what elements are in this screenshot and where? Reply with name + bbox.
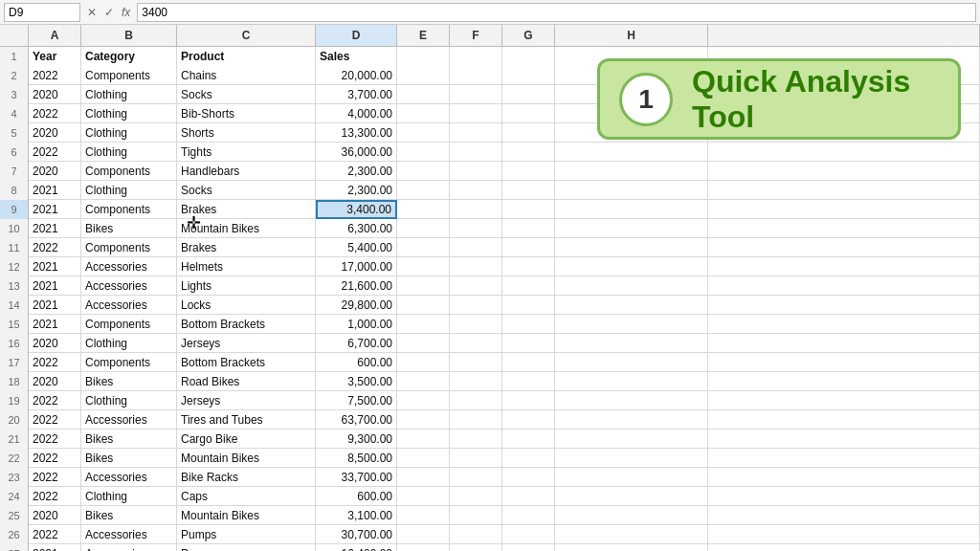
cell-category[interactable]: Components [81,353,177,372]
cell-category[interactable]: Bikes [81,430,177,449]
cell-category[interactable]: Accessories [81,525,177,544]
cell-e[interactable] [397,449,450,468]
cell-h[interactable] [555,219,708,238]
cell-h[interactable] [555,430,708,449]
table-row[interactable]: 272021AccessoriesPumps16,400.00 [0,544,980,551]
cell-g[interactable] [502,449,555,468]
col-header-g[interactable]: G [502,25,555,46]
formula-input[interactable] [137,3,976,22]
table-row[interactable]: 72020ComponentsHandlebars2,300.00 [0,162,980,181]
cell-e[interactable] [397,47,450,66]
cell-year[interactable]: Year [29,47,81,66]
cell-year[interactable]: 2020 [29,334,81,353]
cell-e[interactable] [397,525,450,544]
cell-h[interactable] [555,391,708,410]
cell-e[interactable] [397,430,450,449]
cell-g[interactable] [502,200,555,219]
cell-year[interactable]: 2022 [29,353,81,372]
cell-e[interactable] [397,334,450,353]
cell-f[interactable] [450,85,502,104]
cell-year[interactable]: 2022 [29,238,81,257]
cell-e[interactable] [397,276,450,296]
cell-h[interactable] [555,162,708,181]
cell-product[interactable]: Socks [177,85,316,104]
cell-reference-box[interactable] [4,3,80,22]
cell-h[interactable] [555,353,708,372]
cell-e[interactable] [397,487,450,506]
cell-f[interactable] [450,506,502,525]
table-row[interactable]: 102021BikesMountain Bikes6,300.00 [0,219,980,238]
cell-category[interactable]: Bikes [81,372,177,391]
table-row[interactable]: 202022AccessoriesTires and Tubes63,700.0… [0,410,980,430]
cell-product[interactable]: Socks [177,181,316,200]
cell-sales[interactable]: 20,000.00 [316,66,397,85]
cell-category[interactable]: Clothing [81,391,177,410]
cell-category[interactable]: Accessories [81,257,177,276]
cell-f[interactable] [450,430,502,449]
cell-sales[interactable]: 6,300.00 [316,219,397,238]
cell-e[interactable] [397,162,450,181]
table-row[interactable]: 252020BikesMountain Bikes3,100.00 [0,506,980,525]
col-header-d[interactable]: D [316,25,397,46]
cell-g[interactable] [502,123,555,143]
cell-h[interactable] [555,506,708,525]
cell-h[interactable] [555,276,708,296]
table-row[interactable]: 262022AccessoriesPumps30,700.00 [0,525,980,544]
table-row[interactable]: 172022ComponentsBottom Brackets600.00 [0,353,980,372]
cell-g[interactable] [502,487,555,506]
cell-year[interactable]: 2021 [29,219,81,238]
cell-g[interactable] [502,334,555,353]
cell-category[interactable]: Category [81,47,177,66]
cell-g[interactable] [502,104,555,123]
cell-product[interactable]: Mountain Bikes [177,449,316,468]
cell-category[interactable]: Clothing [81,143,177,162]
cell-f[interactable] [450,544,502,551]
cell-year[interactable]: 2022 [29,66,81,85]
cell-category[interactable]: Components [81,238,177,257]
cell-h[interactable] [555,487,708,506]
cell-year[interactable]: 2022 [29,525,81,544]
cell-year[interactable]: 2021 [29,315,81,334]
col-header-c[interactable]: C [177,25,316,46]
cell-year[interactable]: 2021 [29,181,81,200]
col-header-e[interactable]: E [397,25,450,46]
cell-product[interactable]: Tires and Tubes [177,410,316,430]
cell-sales[interactable]: 13,300.00 [316,123,397,143]
cell-f[interactable] [450,181,502,200]
cell-e[interactable] [397,238,450,257]
cell-category[interactable]: Accessories [81,544,177,551]
cell-e[interactable] [397,353,450,372]
cell-product[interactable]: Cargo Bike [177,430,316,449]
cell-f[interactable] [450,257,502,276]
cell-e[interactable] [397,544,450,551]
cell-g[interactable] [502,430,555,449]
cell-e[interactable] [397,104,450,123]
cell-product[interactable]: Tights [177,143,316,162]
cell-year[interactable]: 2022 [29,410,81,430]
cell-year[interactable]: 2020 [29,85,81,104]
cell-e[interactable] [397,410,450,430]
cell-f[interactable] [450,468,502,487]
cell-sales[interactable]: 600.00 [316,353,397,372]
cell-f[interactable] [450,104,502,123]
cell-sales[interactable]: 17,000.00 [316,257,397,276]
cell-sales[interactable]: 3,100.00 [316,506,397,525]
cell-year[interactable]: 2021 [29,257,81,276]
cell-h[interactable] [555,238,708,257]
cell-sales[interactable]: 9,300.00 [316,430,397,449]
cell-product[interactable]: Brakes [177,200,316,219]
confirm-icon[interactable]: ✓ [101,6,117,19]
cell-product[interactable]: Jerseys [177,391,316,410]
cell-g[interactable] [502,85,555,104]
cell-category[interactable]: Components [81,200,177,219]
cell-f[interactable] [450,391,502,410]
cell-category[interactable]: Bikes [81,219,177,238]
cell-sales[interactable]: Sales [316,47,397,66]
cell-product[interactable]: Bike Racks [177,468,316,487]
cell-h[interactable] [555,468,708,487]
cell-year[interactable]: 2022 [29,104,81,123]
table-row[interactable]: 112022ComponentsBrakes5,400.00 [0,238,980,257]
cell-e[interactable] [397,200,450,219]
cell-sales[interactable]: 3,500.00 [316,372,397,391]
cell-product[interactable]: Bottom Brackets [177,315,316,334]
